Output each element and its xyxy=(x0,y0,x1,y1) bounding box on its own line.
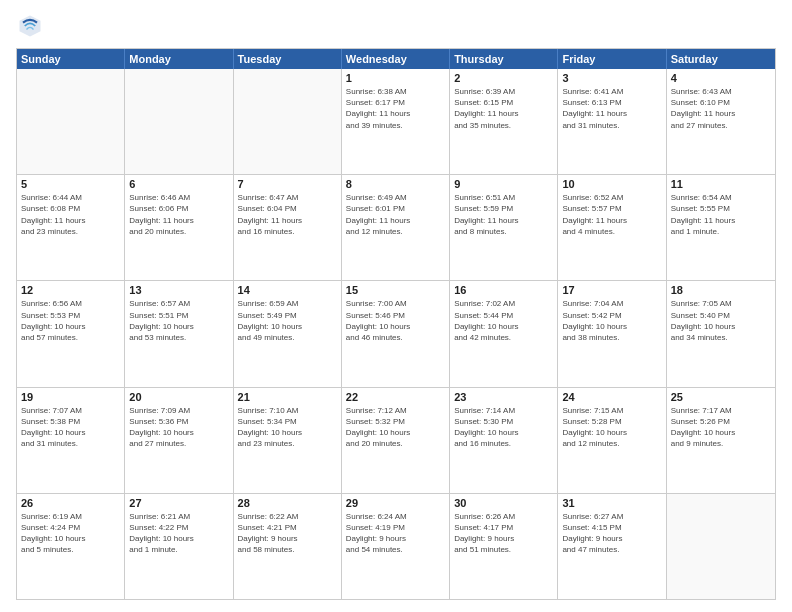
calendar-cell: 31Sunrise: 6:27 AM Sunset: 4:15 PM Dayli… xyxy=(558,494,666,599)
calendar-cell: 1Sunrise: 6:38 AM Sunset: 6:17 PM Daylig… xyxy=(342,69,450,174)
cell-info: Sunrise: 6:27 AM Sunset: 4:15 PM Dayligh… xyxy=(562,511,661,556)
cell-info: Sunrise: 7:05 AM Sunset: 5:40 PM Dayligh… xyxy=(671,298,771,343)
calendar-cell: 25Sunrise: 7:17 AM Sunset: 5:26 PM Dayli… xyxy=(667,388,775,493)
weekday-header-tuesday: Tuesday xyxy=(234,49,342,69)
calendar-cell: 6Sunrise: 6:46 AM Sunset: 6:06 PM Daylig… xyxy=(125,175,233,280)
day-number: 31 xyxy=(562,497,661,509)
cell-info: Sunrise: 6:39 AM Sunset: 6:15 PM Dayligh… xyxy=(454,86,553,131)
cell-info: Sunrise: 6:41 AM Sunset: 6:13 PM Dayligh… xyxy=(562,86,661,131)
day-number: 21 xyxy=(238,391,337,403)
cell-info: Sunrise: 6:43 AM Sunset: 6:10 PM Dayligh… xyxy=(671,86,771,131)
calendar-cell: 19Sunrise: 7:07 AM Sunset: 5:38 PM Dayli… xyxy=(17,388,125,493)
cell-info: Sunrise: 6:44 AM Sunset: 6:08 PM Dayligh… xyxy=(21,192,120,237)
calendar: SundayMondayTuesdayWednesdayThursdayFrid… xyxy=(16,48,776,600)
cell-info: Sunrise: 6:38 AM Sunset: 6:17 PM Dayligh… xyxy=(346,86,445,131)
page: SundayMondayTuesdayWednesdayThursdayFrid… xyxy=(0,0,792,612)
day-number: 4 xyxy=(671,72,771,84)
day-number: 10 xyxy=(562,178,661,190)
cell-info: Sunrise: 6:56 AM Sunset: 5:53 PM Dayligh… xyxy=(21,298,120,343)
cell-info: Sunrise: 6:54 AM Sunset: 5:55 PM Dayligh… xyxy=(671,192,771,237)
calendar-row-3: 19Sunrise: 7:07 AM Sunset: 5:38 PM Dayli… xyxy=(17,388,775,494)
weekday-header-sunday: Sunday xyxy=(17,49,125,69)
day-number: 16 xyxy=(454,284,553,296)
calendar-body: 1Sunrise: 6:38 AM Sunset: 6:17 PM Daylig… xyxy=(17,69,775,599)
calendar-cell: 18Sunrise: 7:05 AM Sunset: 5:40 PM Dayli… xyxy=(667,281,775,386)
day-number: 26 xyxy=(21,497,120,509)
cell-info: Sunrise: 6:57 AM Sunset: 5:51 PM Dayligh… xyxy=(129,298,228,343)
calendar-cell: 28Sunrise: 6:22 AM Sunset: 4:21 PM Dayli… xyxy=(234,494,342,599)
cell-info: Sunrise: 7:14 AM Sunset: 5:30 PM Dayligh… xyxy=(454,405,553,450)
calendar-cell: 21Sunrise: 7:10 AM Sunset: 5:34 PM Dayli… xyxy=(234,388,342,493)
cell-info: Sunrise: 6:46 AM Sunset: 6:06 PM Dayligh… xyxy=(129,192,228,237)
day-number: 22 xyxy=(346,391,445,403)
day-number: 24 xyxy=(562,391,661,403)
calendar-row-0: 1Sunrise: 6:38 AM Sunset: 6:17 PM Daylig… xyxy=(17,69,775,175)
cell-info: Sunrise: 7:15 AM Sunset: 5:28 PM Dayligh… xyxy=(562,405,661,450)
calendar-row-4: 26Sunrise: 6:19 AM Sunset: 4:24 PM Dayli… xyxy=(17,494,775,599)
day-number: 18 xyxy=(671,284,771,296)
day-number: 25 xyxy=(671,391,771,403)
calendar-cell: 7Sunrise: 6:47 AM Sunset: 6:04 PM Daylig… xyxy=(234,175,342,280)
cell-info: Sunrise: 6:59 AM Sunset: 5:49 PM Dayligh… xyxy=(238,298,337,343)
day-number: 28 xyxy=(238,497,337,509)
day-number: 27 xyxy=(129,497,228,509)
cell-info: Sunrise: 7:17 AM Sunset: 5:26 PM Dayligh… xyxy=(671,405,771,450)
header xyxy=(16,12,776,40)
day-number: 9 xyxy=(454,178,553,190)
cell-info: Sunrise: 6:24 AM Sunset: 4:19 PM Dayligh… xyxy=(346,511,445,556)
calendar-cell: 9Sunrise: 6:51 AM Sunset: 5:59 PM Daylig… xyxy=(450,175,558,280)
weekday-header-monday: Monday xyxy=(125,49,233,69)
calendar-cell: 20Sunrise: 7:09 AM Sunset: 5:36 PM Dayli… xyxy=(125,388,233,493)
cell-info: Sunrise: 7:09 AM Sunset: 5:36 PM Dayligh… xyxy=(129,405,228,450)
logo-icon xyxy=(16,12,44,40)
calendar-cell: 13Sunrise: 6:57 AM Sunset: 5:51 PM Dayli… xyxy=(125,281,233,386)
day-number: 5 xyxy=(21,178,120,190)
calendar-header: SundayMondayTuesdayWednesdayThursdayFrid… xyxy=(17,49,775,69)
day-number: 19 xyxy=(21,391,120,403)
day-number: 17 xyxy=(562,284,661,296)
cell-info: Sunrise: 7:00 AM Sunset: 5:46 PM Dayligh… xyxy=(346,298,445,343)
day-number: 14 xyxy=(238,284,337,296)
calendar-cell: 10Sunrise: 6:52 AM Sunset: 5:57 PM Dayli… xyxy=(558,175,666,280)
calendar-cell: 14Sunrise: 6:59 AM Sunset: 5:49 PM Dayli… xyxy=(234,281,342,386)
day-number: 11 xyxy=(671,178,771,190)
calendar-cell: 30Sunrise: 6:26 AM Sunset: 4:17 PM Dayli… xyxy=(450,494,558,599)
day-number: 8 xyxy=(346,178,445,190)
day-number: 29 xyxy=(346,497,445,509)
day-number: 15 xyxy=(346,284,445,296)
calendar-row-2: 12Sunrise: 6:56 AM Sunset: 5:53 PM Dayli… xyxy=(17,281,775,387)
day-number: 30 xyxy=(454,497,553,509)
calendar-cell xyxy=(667,494,775,599)
weekday-header-thursday: Thursday xyxy=(450,49,558,69)
day-number: 3 xyxy=(562,72,661,84)
svg-marker-0 xyxy=(20,16,41,37)
calendar-cell xyxy=(234,69,342,174)
weekday-header-friday: Friday xyxy=(558,49,666,69)
day-number: 12 xyxy=(21,284,120,296)
weekday-header-saturday: Saturday xyxy=(667,49,775,69)
cell-info: Sunrise: 7:10 AM Sunset: 5:34 PM Dayligh… xyxy=(238,405,337,450)
cell-info: Sunrise: 7:12 AM Sunset: 5:32 PM Dayligh… xyxy=(346,405,445,450)
calendar-cell xyxy=(17,69,125,174)
day-number: 13 xyxy=(129,284,228,296)
day-number: 23 xyxy=(454,391,553,403)
cell-info: Sunrise: 6:26 AM Sunset: 4:17 PM Dayligh… xyxy=(454,511,553,556)
calendar-cell: 2Sunrise: 6:39 AM Sunset: 6:15 PM Daylig… xyxy=(450,69,558,174)
cell-info: Sunrise: 7:04 AM Sunset: 5:42 PM Dayligh… xyxy=(562,298,661,343)
day-number: 20 xyxy=(129,391,228,403)
logo xyxy=(16,12,48,40)
calendar-cell: 8Sunrise: 6:49 AM Sunset: 6:01 PM Daylig… xyxy=(342,175,450,280)
calendar-cell: 26Sunrise: 6:19 AM Sunset: 4:24 PM Dayli… xyxy=(17,494,125,599)
cell-info: Sunrise: 7:07 AM Sunset: 5:38 PM Dayligh… xyxy=(21,405,120,450)
weekday-header-wednesday: Wednesday xyxy=(342,49,450,69)
calendar-cell: 12Sunrise: 6:56 AM Sunset: 5:53 PM Dayli… xyxy=(17,281,125,386)
calendar-cell: 24Sunrise: 7:15 AM Sunset: 5:28 PM Dayli… xyxy=(558,388,666,493)
cell-info: Sunrise: 6:21 AM Sunset: 4:22 PM Dayligh… xyxy=(129,511,228,556)
day-number: 2 xyxy=(454,72,553,84)
day-number: 1 xyxy=(346,72,445,84)
cell-info: Sunrise: 6:47 AM Sunset: 6:04 PM Dayligh… xyxy=(238,192,337,237)
cell-info: Sunrise: 6:19 AM Sunset: 4:24 PM Dayligh… xyxy=(21,511,120,556)
calendar-cell: 29Sunrise: 6:24 AM Sunset: 4:19 PM Dayli… xyxy=(342,494,450,599)
calendar-cell: 5Sunrise: 6:44 AM Sunset: 6:08 PM Daylig… xyxy=(17,175,125,280)
cell-info: Sunrise: 6:49 AM Sunset: 6:01 PM Dayligh… xyxy=(346,192,445,237)
